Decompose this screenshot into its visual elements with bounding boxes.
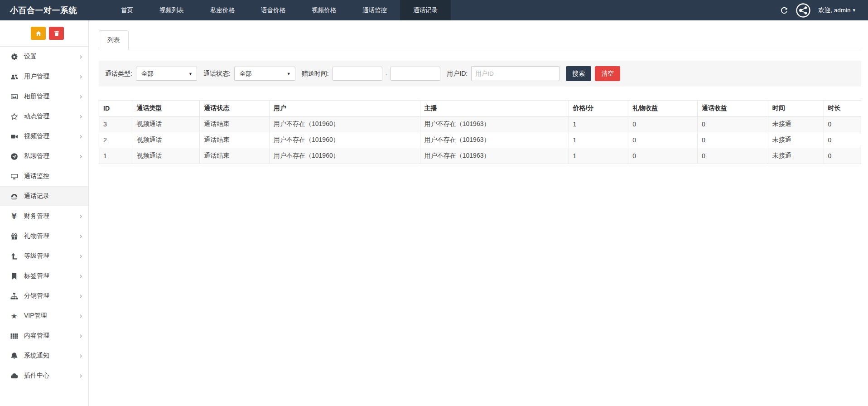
- navbar-item-7[interactable]: 通话记录: [400, 0, 451, 20]
- table-cell: 通话结束: [200, 116, 270, 132]
- table-header-row: ID通话类型通话状态用户主播价格/分礼物收益通话收益时间时长: [99, 101, 861, 116]
- grid-icon: [8, 332, 20, 340]
- bell-icon: [8, 352, 20, 360]
- table-row: 2视频通话通话结束用户不存在（101960）用户不存在（101963）100未接…: [99, 132, 861, 148]
- brand-title: 小百合一对一系统: [0, 0, 89, 20]
- home-button[interactable]: [31, 27, 46, 40]
- gift-time-start-input[interactable]: [333, 67, 382, 81]
- chevron-right-icon: ›: [80, 133, 82, 140]
- call-type-label: 通话类型:: [105, 70, 132, 78]
- table-cell: 用户不存在（101960）: [269, 116, 420, 132]
- sitemap-icon: [8, 292, 20, 300]
- sidebar-item-12[interactable]: 标签管理›: [0, 266, 88, 286]
- photo-icon: [8, 93, 20, 101]
- table-cell: 0: [698, 116, 768, 132]
- chevron-right-icon: ›: [80, 213, 82, 220]
- sidebar-item-label: 私聊管理: [24, 152, 80, 160]
- chevron-right-icon: ›: [80, 93, 82, 100]
- sidebar-item-7[interactable]: 通话监控: [0, 166, 88, 186]
- gift-time-label: 赠送时间:: [302, 70, 329, 78]
- sidebar-item-16[interactable]: 系统通知›: [0, 346, 88, 366]
- tab-list[interactable]: 列表: [99, 30, 129, 50]
- caret-down-icon: ▼: [188, 72, 193, 76]
- table-cell: 3: [99, 116, 132, 132]
- top-navbar: 小百合一对一系统 首页视频列表私密价格语音价格视频价格通话监控通话记录 欢迎, …: [0, 0, 868, 20]
- column-header: 用户: [269, 101, 420, 116]
- sidebar-item-5[interactable]: 视频管理›: [0, 126, 88, 146]
- table-cell: 2: [99, 132, 132, 148]
- main-content: 列表 通话类型: 全部 ▼ 通话状态: 全部 ▼ 赠送时间: - 用户ID: 搜…: [89, 20, 868, 406]
- column-header: 时间: [768, 101, 824, 116]
- sidebar-item-15[interactable]: 内容管理›: [0, 326, 88, 346]
- table-cell: 0: [824, 116, 861, 132]
- call-type-select[interactable]: 全部 ▼: [136, 67, 197, 81]
- clear-button[interactable]: 清空: [595, 66, 620, 81]
- sidebar-item-label: 动态管理: [24, 112, 80, 121]
- chevron-right-icon: ›: [80, 232, 82, 240]
- sidebar-item-11[interactable]: 等级管理›: [0, 246, 88, 266]
- navbar-item-4[interactable]: 语音价格: [248, 0, 299, 20]
- sidebar-item-2[interactable]: 用户管理›: [0, 67, 88, 87]
- range-separator: -: [386, 70, 388, 77]
- column-header: 礼物收益: [628, 101, 698, 116]
- call-status-select[interactable]: 全部 ▼: [234, 67, 295, 81]
- navbar-item-1[interactable]: 首页: [108, 0, 146, 20]
- sidebar-item-label: 设置: [24, 53, 80, 61]
- navbar-menu: 首页视频列表私密价格语音价格视频价格通话监控通话记录: [108, 0, 451, 20]
- table-cell: 通话结束: [200, 132, 270, 148]
- call-records-table: ID通话类型通话状态用户主播价格/分礼物收益通话收益时间时长 3视频通话通话结束…: [99, 100, 861, 164]
- sidebar-item-13[interactable]: 分销管理›: [0, 286, 88, 306]
- call-status-value: 全部: [240, 70, 252, 78]
- sidebar-item-10[interactable]: 礼物管理›: [0, 226, 88, 246]
- user-id-label: 用户ID:: [447, 70, 468, 78]
- sidebar-item-6[interactable]: 私聊管理›: [0, 146, 88, 166]
- sidebar-item-14[interactable]: ★VIP管理›: [0, 306, 88, 326]
- sidebar: 设置›用户管理›相册管理›动态管理›视频管理›私聊管理›通话监控通话记录¥财务管…: [0, 20, 89, 406]
- sidebar-item-8[interactable]: 通话记录: [0, 186, 88, 206]
- sidebar-actions: [0, 20, 88, 47]
- welcome-text: 欢迎, admin: [818, 6, 850, 14]
- chevron-right-icon: ›: [80, 272, 82, 280]
- user-id-input[interactable]: [471, 66, 559, 81]
- sidebar-item-4[interactable]: 动态管理›: [0, 106, 88, 126]
- chevron-right-icon: ›: [80, 292, 82, 300]
- trash-button[interactable]: [49, 27, 64, 40]
- users-icon: [8, 73, 20, 81]
- table-cell: 0: [824, 132, 861, 148]
- table-cell: 用户不存在（101963）: [420, 148, 569, 164]
- caret-down-icon: ▾: [853, 7, 855, 13]
- table-row: 1视频通话通话结束用户不存在（101960）用户不存在（101963）100未接…: [99, 148, 861, 164]
- sidebar-item-label: 相册管理: [24, 92, 80, 101]
- user-dropdown[interactable]: 欢迎, admin ▾: [818, 6, 855, 14]
- sidebar-item-label: 通话监控: [24, 172, 82, 180]
- yen-icon: ¥: [8, 213, 20, 220]
- table-cell: 用户不存在（101960）: [269, 148, 420, 164]
- sidebar-item-1[interactable]: 设置›: [0, 47, 88, 67]
- navbar-item-2[interactable]: 视频列表: [146, 0, 197, 20]
- chevron-right-icon: ›: [80, 113, 82, 120]
- share-network-avatar-icon[interactable]: [796, 3, 811, 18]
- navbar-item-5[interactable]: 视频价格: [299, 0, 349, 20]
- table-cell: 未接通: [768, 148, 824, 164]
- bookmark-icon: [8, 272, 20, 280]
- star-outline-icon: [8, 113, 20, 121]
- video-camera-icon: [8, 133, 20, 140]
- gift-time-end-input[interactable]: [391, 67, 440, 81]
- sidebar-item-3[interactable]: 相册管理›: [0, 87, 88, 106]
- search-button[interactable]: 搜索: [566, 66, 591, 81]
- chevron-right-icon: ›: [80, 153, 82, 160]
- sidebar-item-label: 标签管理: [24, 272, 80, 280]
- navbar-item-3[interactable]: 私密价格: [197, 0, 248, 20]
- column-header: 通话收益: [698, 101, 768, 116]
- table-cell: 1: [99, 148, 132, 164]
- star-icon: ★: [8, 312, 20, 320]
- table-cell: 0: [628, 148, 698, 164]
- navbar-item-6[interactable]: 通话监控: [349, 0, 400, 20]
- table-cell: 0: [698, 148, 768, 164]
- sidebar-item-label: 礼物管理: [24, 232, 80, 240]
- sidebar-item-9[interactable]: ¥财务管理›: [0, 206, 88, 226]
- sidebar-item-17[interactable]: 插件中心›: [0, 366, 88, 386]
- table-cell: 1: [569, 132, 628, 148]
- gift-icon: [8, 232, 20, 240]
- refresh-icon[interactable]: [780, 6, 788, 14]
